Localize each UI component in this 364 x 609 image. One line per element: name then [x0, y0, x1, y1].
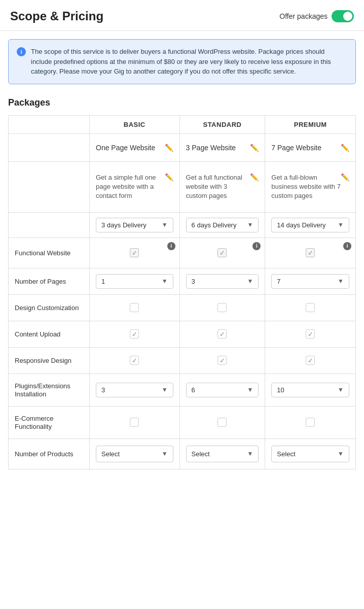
- premium-content-checkmark: ✓: [308, 330, 313, 338]
- premium-plugins-value: 10: [277, 386, 284, 394]
- responsive-design-label: Responsive Design: [15, 357, 71, 364]
- col-basic-header: BASIC: [90, 115, 180, 133]
- premium-functional-cell: ✓ i: [265, 238, 356, 268]
- label-cell-pages: Number of Pages: [9, 268, 90, 294]
- standard-plugins-dropdown[interactable]: 6 ▼: [186, 383, 259, 397]
- basic-desc-edit-icon[interactable]: ✏️: [165, 173, 173, 181]
- basic-products-dropdown[interactable]: Select ▼: [96, 446, 173, 462]
- standard-design-checkbox[interactable]: [217, 303, 227, 312]
- premium-functional-checkmark: ✓: [308, 249, 313, 257]
- premium-responsive-checkbox[interactable]: ✓: [306, 356, 315, 365]
- standard-pages-dropdown[interactable]: 3 ▼: [186, 274, 259, 289]
- label-cell-products: Number of Products: [9, 438, 90, 469]
- premium-delivery-cell: 14 days Delivery ▼: [265, 212, 356, 238]
- content-upload-row: Content Upload ✓ ✓: [9, 321, 356, 347]
- basic-responsive-cell: ✓: [90, 347, 180, 374]
- package-descs-row: Get a simple full one page website with …: [9, 161, 356, 212]
- col-label-header: [9, 115, 90, 133]
- premium-plugins-dropdown[interactable]: 10 ▼: [271, 383, 349, 397]
- standard-name-cell: 3 Page Website ✏️: [179, 133, 265, 161]
- basic-pages-value: 1: [101, 278, 105, 285]
- standard-ecommerce-checkbox[interactable]: [217, 418, 227, 427]
- basic-package-desc: Get a simple full one page website with …: [96, 173, 165, 201]
- premium-delivery-dropdown[interactable]: 14 days Delivery ▼: [271, 218, 349, 232]
- content-upload-label: Content Upload: [15, 330, 60, 338]
- standard-products-dropdown[interactable]: Select ▼: [186, 446, 259, 462]
- basic-products-value: Select: [101, 450, 120, 458]
- premium-design-checkbox[interactable]: [306, 303, 315, 312]
- label-cell-plugins: Plugins/Extensions Installation: [9, 374, 90, 406]
- basic-delivery-value: 3 days Delivery: [101, 221, 147, 229]
- label-cell-content: Content Upload: [9, 321, 90, 347]
- plugins-row: Plugins/Extensions Installation 3 ▼ 6 ▼: [9, 374, 356, 406]
- basic-functional-checkbox[interactable]: ✓: [130, 248, 139, 257]
- offer-packages-label: Offer packages: [279, 12, 327, 20]
- premium-delivery-chevron: ▼: [338, 221, 344, 228]
- basic-ecommerce-checkbox[interactable]: [130, 418, 139, 427]
- premium-pages-value: 7: [277, 278, 280, 285]
- standard-desc-edit-icon[interactable]: ✏️: [250, 173, 259, 181]
- standard-products-chevron: ▼: [247, 450, 253, 457]
- standard-responsive-checkbox[interactable]: ✓: [217, 356, 227, 365]
- basic-responsive-checkbox[interactable]: ✓: [130, 356, 139, 365]
- premium-responsive-cell: ✓: [265, 347, 356, 374]
- standard-pages-value: 3: [192, 278, 195, 285]
- basic-pages-chevron: ▼: [162, 278, 168, 285]
- premium-ecommerce-checkbox[interactable]: [306, 418, 315, 427]
- premium-design-cell: [265, 294, 356, 321]
- basic-design-checkbox[interactable]: [130, 303, 139, 312]
- basic-content-cell: ✓: [90, 321, 180, 347]
- number-of-pages-row: Number of Pages 1 ▼ 3 ▼ 7: [9, 268, 356, 294]
- basic-plugins-chevron: ▼: [162, 386, 168, 393]
- number-of-pages-label: Number of Pages: [15, 278, 66, 285]
- premium-products-dropdown[interactable]: Select ▼: [271, 446, 349, 462]
- basic-content-checkmark: ✓: [132, 330, 137, 338]
- basic-name-edit-icon[interactable]: ✏️: [165, 144, 173, 152]
- basic-plugins-dropdown[interactable]: 3 ▼: [96, 383, 173, 397]
- basic-pages-dropdown[interactable]: 1 ▼: [96, 274, 173, 289]
- premium-products-value: Select: [277, 450, 295, 458]
- delivery-row: 3 days Delivery ▼ 6 days Delivery ▼ 14 d…: [9, 212, 356, 238]
- standard-design-cell: [179, 294, 265, 321]
- premium-functional-checkbox[interactable]: ✓: [306, 248, 315, 257]
- basic-desc-cell: Get a simple full one page website with …: [90, 161, 180, 212]
- basic-content-checkbox[interactable]: ✓: [130, 329, 139, 339]
- premium-content-checkbox[interactable]: ✓: [306, 329, 315, 339]
- basic-products-chevron: ▼: [162, 450, 168, 457]
- standard-functional-checkbox[interactable]: ✓: [217, 248, 227, 257]
- premium-plugins-chevron: ▼: [338, 386, 344, 393]
- premium-name-edit-icon[interactable]: ✏️: [341, 144, 349, 152]
- standard-name-edit-icon[interactable]: ✏️: [250, 144, 259, 152]
- standard-plugins-chevron: ▼: [247, 386, 253, 393]
- ecommerce-row: E-Commerce Functionality: [9, 406, 356, 438]
- standard-content-checkbox[interactable]: ✓: [217, 329, 227, 339]
- functional-website-row: Functional Website ✓ i ✓: [9, 238, 356, 268]
- basic-functional-checkmark: ✓: [132, 249, 137, 257]
- standard-pages-chevron: ▼: [247, 278, 253, 285]
- info-icon: i: [17, 47, 26, 56]
- design-customization-label: Design Customization: [15, 304, 79, 312]
- premium-package-name: 7 Page Website: [271, 144, 321, 152]
- basic-name-cell: One Page Website ✏️: [90, 133, 180, 161]
- number-of-products-row: Number of Products Select ▼ Select ▼: [9, 438, 356, 469]
- standard-plugins-cell: 6 ▼: [179, 374, 265, 406]
- premium-pages-chevron: ▼: [338, 278, 344, 285]
- basic-delivery-chevron: ▼: [162, 221, 168, 228]
- premium-pages-dropdown[interactable]: 7 ▼: [271, 274, 349, 289]
- col-premium-header: PREMIUM: [265, 115, 356, 133]
- package-names-row: One Page Website ✏️ 3 Page Website ✏️ 7 …: [9, 133, 356, 161]
- info-banner: i The scope of this service is to delive…: [8, 39, 356, 84]
- basic-delivery-dropdown[interactable]: 3 days Delivery ▼: [96, 218, 173, 232]
- basic-delivery-cell: 3 days Delivery ▼: [90, 212, 180, 238]
- standard-responsive-checkmark: ✓: [220, 357, 225, 364]
- standard-delivery-value: 6 days Delivery: [192, 221, 237, 229]
- basic-functional-info[interactable]: i: [167, 242, 175, 250]
- basic-ecommerce-cell: [90, 406, 180, 438]
- offer-packages-toggle[interactable]: [332, 10, 354, 22]
- standard-delivery-dropdown[interactable]: 6 days Delivery ▼: [186, 218, 259, 232]
- standard-functional-info[interactable]: i: [252, 242, 261, 250]
- standard-package-desc: Get a full functional website with 3 cus…: [186, 173, 250, 201]
- premium-desc-edit-icon[interactable]: ✏️: [341, 173, 349, 181]
- premium-pages-cell: 7 ▼: [265, 268, 356, 294]
- premium-functional-info[interactable]: i: [343, 242, 351, 250]
